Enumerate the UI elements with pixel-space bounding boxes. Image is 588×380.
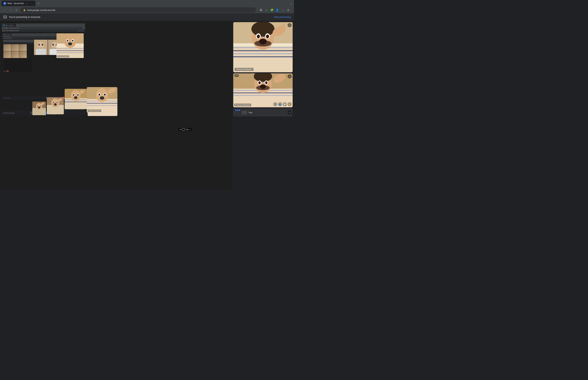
svg-point-95 [266, 35, 269, 38]
francois-info-btn[interactable]: ℹ [273, 102, 277, 106]
svg-point-79 [100, 96, 104, 100]
svg-point-49 [74, 96, 77, 99]
you-overlay-window [182, 128, 185, 131]
nested-activities-btn [81, 112, 84, 114]
francois-people-btn[interactable]: 👥 [278, 102, 282, 106]
francois-medium-expand[interactable]: ⤢ [287, 74, 292, 78]
svg-point-23 [72, 40, 73, 41]
screen-share-area: Meet - tnj-esni-ikb × + ← → ↻ meet.googl… [0, 21, 232, 190]
address-bar[interactable]: 🔒 meet.google.com/tnj-esni-ikb [20, 7, 256, 13]
share-francois-xtiny-tile [32, 102, 46, 115]
r3-chrome [3, 40, 34, 41]
you-dots-badge [234, 109, 241, 111]
nested-info-btn [72, 112, 74, 114]
svg-point-24 [68, 42, 72, 45]
r2-content: 11:22 AM | tnj-esni-ikb [2, 39, 65, 100]
r2-tab: Meet - tnj-esni-ikb × [3, 34, 12, 35]
bookmark-icon[interactable]: ☆ [264, 8, 269, 12]
nested-tab: Meet - tnj-esni-ikb × [2, 24, 16, 27]
svg-point-109 [258, 81, 261, 84]
svg-point-22 [67, 40, 68, 41]
svg-point-56 [53, 102, 54, 103]
svg-point-78 [104, 94, 106, 95]
svg-point-58 [54, 103, 57, 106]
you-video-thumb [242, 111, 247, 114]
recursive-level-2: Meet - tnj-esni-ikb × meet.google.com/tn… [2, 33, 65, 100]
present-icon [3, 16, 7, 18]
svg-point-94 [257, 35, 260, 38]
you-expand-btn[interactable]: ⤢ [287, 110, 292, 114]
r2-face-1 [34, 40, 48, 55]
francois-large-tile: François Beaufort ⤢ [233, 22, 293, 72]
nested-francois-svg [57, 33, 84, 58]
r3-face-1 [3, 44, 11, 51]
francois-tile-controls[interactable]: ⤢ [287, 23, 292, 27]
nested-tab-add: + [17, 24, 18, 26]
you-overlay-label: You [186, 129, 189, 131]
you-indicator-dot [235, 110, 237, 111]
svg-point-67 [38, 107, 40, 109]
svg-point-6 [42, 44, 43, 46]
nested-forward: → [4, 27, 6, 29]
refresh-button[interactable]: ↻ [14, 8, 19, 12]
nested-chat-btn [78, 112, 81, 114]
r3-preview [3, 40, 34, 74]
nested-url: meet.google.com/tnj-esni-ikb [9, 28, 19, 29]
r3-face-3 [19, 44, 27, 51]
francois-medium-more[interactable]: ••• [234, 74, 239, 77]
forward-button[interactable]: → [8, 8, 13, 12]
r3-controls [4, 70, 8, 72]
svg-point-19 [64, 35, 76, 48]
nested-sharing-banner: You're presenting to everyone Stop prese… [2, 29, 85, 32]
svg-point-110 [265, 81, 267, 84]
you-small-tile: You ⤢ [233, 108, 293, 116]
profile-icon[interactable]: 👤 [275, 8, 280, 12]
r2-banner: You're presenting to everyone Stop prese… [2, 37, 65, 39]
francois-chat-btn[interactable]: 💬 [283, 102, 287, 106]
francois-medium-top-controls[interactable]: ••• [234, 74, 239, 77]
svg-point-48 [77, 94, 79, 96]
francois-large-label: François Beaufort [235, 68, 253, 71]
split-view-icon[interactable]: ⬛ [280, 8, 285, 12]
nested-present-icon [2, 30, 5, 32]
sharing-text: You're presenting to everyone [9, 16, 40, 18]
dots-icon: ••• [236, 75, 238, 76]
new-tab-button[interactable]: + [36, 1, 41, 6]
back-button[interactable]: ← [2, 8, 7, 12]
stop-presenting-button[interactable]: Stop presenting [274, 16, 291, 18]
r3-face-2 [11, 44, 19, 51]
svg-point-44 [71, 90, 81, 101]
svg-rect-7 [36, 49, 46, 55]
you-indicator-dot3 [239, 110, 240, 111]
browser-chrome: Meet - tnj-esni-ikb × + ⌄ [0, 0, 294, 7]
share-francois-xtiny-svg [32, 102, 46, 115]
you-overlay-expand: ⤢ [189, 129, 190, 131]
cast-icon[interactable]: 📽 [259, 8, 263, 12]
svg-point-112 [260, 84, 266, 89]
r2-address: meet.google.com/tnj-esni-ikb [3, 36, 65, 37]
r3-content [3, 44, 34, 74]
share-francois-tiny-tile [47, 97, 64, 114]
francois-activities-btn[interactable]: ⚡ [287, 102, 292, 106]
tab-favicon [3, 2, 6, 5]
r2-chrome: Meet - tnj-esni-ikb × [2, 33, 65, 36]
svg-point-97 [259, 38, 267, 44]
account-icon[interactable]: ⚙ [286, 8, 291, 12]
r3-btn2 [5, 70, 7, 72]
francois-expand-icon[interactable]: ⤢ [287, 74, 292, 78]
svg-point-77 [98, 94, 100, 95]
francois-expand-btn[interactable]: ⤢ [287, 23, 292, 27]
nested-bottom-time: 11:22 AM | tnj-esni-ikb [3, 113, 15, 114]
active-tab[interactable]: Meet - tnj-esni-ikb × [1, 1, 35, 6]
r3-face-4 [3, 51, 11, 58]
svg-point-65 [38, 105, 38, 107]
tab-close-button[interactable]: × [25, 2, 28, 5]
r2-nav: meet.google.com/tnj-esni-ikb [2, 36, 65, 37]
extensions-icon[interactable]: 🧩 [269, 8, 274, 12]
nested-francois-label: François Beaufort [57, 56, 69, 57]
francois-medium-bottom-controls: ℹ 👥 💬 ⚡ [273, 102, 292, 106]
nested-nav: ← → ↻ meet.google.com/tnj-esni-ikb ⋮ [2, 27, 85, 29]
share-center-label: François Beaufort [87, 110, 101, 112]
nested-francois-tile: François Beaufort [57, 33, 84, 58]
browser-more-button[interactable]: ⌄ [290, 1, 293, 5]
